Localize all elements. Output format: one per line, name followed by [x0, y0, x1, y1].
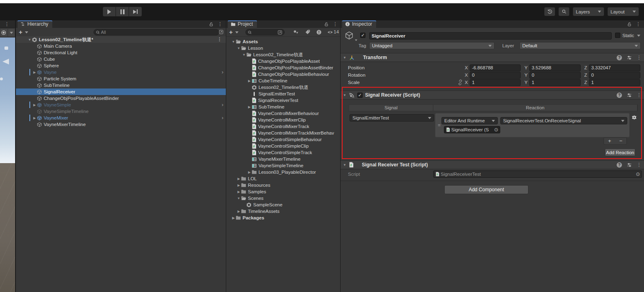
hierarchy-item-vaynesimpletimeline[interactable]: VayneSimpleTimeline	[16, 108, 226, 115]
foldout-arrow-icon[interactable]: ▶	[231, 216, 236, 220]
foldout-arrow-icon[interactable]: ▶	[236, 190, 241, 194]
event-mode-dropdown[interactable]: Editor And Runtime	[441, 117, 498, 124]
project-item-changeobjposplayablebehaviour[interactable]: #ChangeObjPosPlayableBehaviour	[226, 71, 340, 77]
search-everything-button[interactable]	[559, 7, 569, 16]
project-item-packages[interactable]: ▶Packages	[226, 215, 340, 221]
scene-kebab-menu-icon[interactable]: ⋮	[4, 22, 9, 27]
hierarchy-item-main-camera[interactable]: Main Camera	[16, 43, 226, 49]
prefab-open-arrow-icon[interactable]: ›	[222, 69, 223, 75]
chevron-down-icon[interactable]	[355, 40, 357, 41]
prefab-open-arrow-icon[interactable]: ›	[222, 102, 223, 108]
project-item-vaynesimpletimeline[interactable]: VayneSimpleTimeline	[226, 162, 340, 169]
project-search[interactable]	[245, 29, 285, 35]
prefab-open-arrow-icon[interactable]: ›	[222, 115, 223, 121]
chevron-down-icon[interactable]	[25, 31, 28, 33]
scale-x-field[interactable]: 1	[470, 79, 521, 86]
foldout-arrow-icon[interactable]: ▶	[236, 177, 241, 181]
rotation-x-field[interactable]: 0	[470, 72, 521, 79]
project-search-input[interactable]	[253, 30, 276, 35]
tab-project[interactable]: Project	[228, 20, 257, 28]
foldout-arrow-icon[interactable]: ▶	[236, 184, 241, 187]
signal-receiver-header[interactable]: ▼ ✓ Signal Receiver (Script) ? ⋮	[341, 91, 644, 100]
hierarchy-search[interactable]	[94, 29, 219, 35]
hierarchy-item-cube[interactable]: Cube	[16, 56, 226, 62]
hierarchy-item-vaynesimple[interactable]: ▶VayneSimple›	[16, 102, 226, 108]
rotation-z-field[interactable]: 0	[589, 72, 640, 79]
project-item-vaynecontrolmixertrackmixerbehav[interactable]: #VayneControlMixerTrackMixerBehav	[226, 130, 340, 136]
foldout-arrow-icon[interactable]: ▶	[32, 116, 37, 120]
project-item-resources[interactable]: ▶Resources	[226, 182, 340, 188]
foldout-arrow-icon[interactable]: ▶	[247, 105, 252, 109]
layer-dropdown[interactable]: Default	[519, 42, 641, 49]
hierarchy-search-input[interactable]	[101, 30, 217, 35]
presets-icon[interactable]	[626, 93, 632, 98]
project-item-vaynecontrolsimplebehaviour[interactable]: #VayneControlSimpleBehaviour	[226, 136, 340, 143]
pause-button[interactable]	[116, 7, 129, 16]
search-by-type-icon[interactable]	[293, 29, 299, 35]
project-item-samplescene[interactable]: SampleScene	[226, 201, 340, 208]
position-x-field[interactable]: -6.868788	[470, 64, 521, 71]
foldout-arrow-icon[interactable]: ▼	[231, 40, 236, 44]
lock-icon[interactable]	[209, 22, 214, 27]
foldout-arrow-icon[interactable]: ▶	[32, 71, 37, 74]
foldout-arrow-icon[interactable]: ▼	[343, 56, 346, 60]
project-item-lesson03-playabledirector[interactable]: ▶Lesson03_PlayableDirector	[226, 169, 340, 175]
presets-icon[interactable]	[626, 55, 632, 60]
foldout-arrow-icon[interactable]: ▶	[32, 103, 37, 107]
project-item-subtimeline[interactable]: ▶SubTimeline	[226, 104, 340, 110]
hierarchy-scene-row[interactable]: ▼ Lesson02_Timeline轨道* ⋮	[16, 36, 226, 43]
gear-icon[interactable]	[631, 115, 637, 120]
event-target-object-field[interactable]: # SignalReceiver (S ⊙	[444, 126, 500, 133]
picker-window-icon[interactable]	[218, 29, 224, 35]
step-button[interactable]	[129, 7, 142, 16]
component-kebab-menu-icon[interactable]: ⋮	[637, 55, 642, 60]
scene-tool-dropdown[interactable]	[8, 29, 15, 36]
undo-history-button[interactable]	[544, 7, 555, 16]
project-item-timelineassets[interactable]: ▶TimelineAssets	[226, 208, 340, 215]
link-broken-icon[interactable]	[457, 80, 463, 85]
hierarchy-item-vaynemixertimeline[interactable]: VayneMixerTimeline	[16, 121, 226, 128]
object-picker-icon[interactable]: ⊙	[493, 127, 499, 132]
component-kebab-menu-icon[interactable]: ⋮	[637, 93, 642, 97]
foldout-arrow-icon[interactable]: ▼	[27, 38, 32, 42]
project-kebab-menu-icon[interactable]: ⋮	[333, 22, 338, 27]
chevron-down-icon[interactable]	[235, 31, 238, 33]
project-item-vaynecontrolmixerbehaviour[interactable]: #VayneControlMixerBehaviour	[226, 110, 340, 117]
import-log-icon[interactable]	[316, 29, 322, 35]
scene-row-kebab-icon[interactable]: ⋮	[217, 37, 222, 42]
position-z-field[interactable]: 3.332047	[589, 64, 640, 71]
picker-window-icon[interactable]	[277, 30, 283, 35]
hierarchy-kebab-menu-icon[interactable]: ⋮	[218, 22, 223, 27]
foldout-arrow-icon[interactable]: ▼	[343, 163, 346, 167]
inspector-kebab-menu-icon[interactable]: ⋮	[636, 22, 641, 27]
project-item-changeobjposplayableassetbinder[interactable]: #ChangeObjPosPlayableAssetBinder	[226, 64, 340, 71]
project-item-vaynecontrolsimpleclip[interactable]: #VayneControlSimpleClip	[226, 143, 340, 149]
lock-icon[interactable]	[324, 22, 329, 27]
signal-receiver-test-header[interactable]: ▼ # Signal Receiver Test (Script) ? ⋮	[341, 160, 644, 169]
hierarchy-item-vaynemixer[interactable]: ▶VayneMixer›	[16, 115, 226, 121]
hidden-count-eye-icon[interactable]	[327, 30, 333, 35]
remove-event-button[interactable]: −	[615, 138, 627, 144]
hierarchy-item-vayne[interactable]: ▶Vayne›	[16, 69, 226, 75]
project-item-cubetimeline[interactable]: ▶CubeTimeline	[226, 77, 340, 84]
layers-dropdown[interactable]: Layers	[573, 7, 604, 16]
tab-hierarchy[interactable]: Hierarchy	[18, 20, 52, 28]
scene-canvas[interactable]	[0, 38, 15, 292]
create-asset-button[interactable]: +	[229, 29, 233, 35]
scale-y-field[interactable]: 1	[529, 79, 581, 86]
add-event-button[interactable]: +	[604, 138, 615, 144]
foldout-arrow-icon[interactable]: ▶	[247, 79, 252, 83]
help-icon[interactable]: ?	[617, 55, 622, 60]
project-item-changeobjposplayableasset[interactable]: #ChangeObjPosPlayableAsset	[226, 58, 340, 64]
project-item-lesson02-timeline-[interactable]: Lesson02_Timeline轨道	[226, 84, 340, 91]
project-item-lesson[interactable]: ▼Lesson	[226, 45, 340, 51]
foldout-arrow-icon[interactable]: ▼	[242, 53, 246, 57]
help-icon[interactable]: ?	[617, 93, 622, 98]
play-button[interactable]	[103, 7, 116, 16]
event-method-dropdown[interactable]: SignalReceiverTest.OnReceiveSignal	[500, 117, 627, 124]
hierarchy-item-directional-light[interactable]: Directional Light	[16, 49, 226, 56]
chevron-down-icon[interactable]	[637, 35, 640, 37]
tab-inspector[interactable]: i Inspector	[342, 20, 376, 28]
object-picker-icon[interactable]: ⊙	[635, 172, 641, 177]
foldout-arrow-icon[interactable]: ▼	[236, 46, 241, 50]
